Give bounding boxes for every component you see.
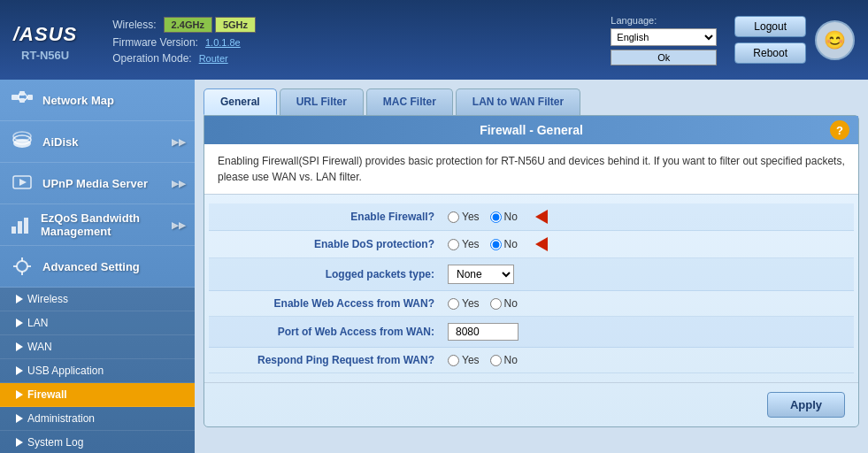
logged-packets-select[interactable]: None Denied Allowed [448,265,514,284]
upnp-arrows: ▶▶ [172,179,186,188]
dos-yes-label[interactable]: Yes [448,238,480,250]
web-port-input[interactable] [448,323,518,341]
wireless-arrow-icon [16,295,23,303]
dos-yes-radio[interactable] [448,239,459,250]
submenu-item-wireless[interactable]: Wireless [0,288,195,311]
ping-no-label[interactable]: No [490,354,518,366]
model-text: RT-N56U [21,49,69,62]
main: Network Map AiDisk ▶▶ UPnP Media Server [0,80,868,453]
ping-control: Yes No [448,354,845,366]
dos-no-radio[interactable] [490,239,502,250]
upnp-icon [9,170,35,196]
submenu-label-syslog: System Log [27,436,83,449]
web-port-row: Port of Web Access from WAN: [209,317,854,348]
apply-button[interactable]: Apply [767,392,845,418]
panel-title: Firewall - General ? [204,116,858,144]
ping-yes-label[interactable]: Yes [448,354,480,366]
submenu-label-lan: LAN [27,317,48,329]
dos-arrow-indicator [535,237,548,251]
header-center: Wireless: 2.4GHz 5GHz Firmware Version: … [112,12,611,68]
sidebar-item-network-map[interactable]: Network Map [0,80,195,121]
tab-mac-filter[interactable]: MAC Filter [366,88,453,115]
admin-arrow-icon [16,414,23,423]
form-table: Enable Firewall? Yes No [204,195,858,382]
wan-arrow-icon [16,342,23,351]
submenu-item-usb[interactable]: USB Application [0,359,195,383]
svg-line-7 [25,97,27,101]
sidebar-item-advanced[interactable]: Advanced Setting [0,246,195,288]
help-icon[interactable]: ? [830,120,849,140]
lan-arrow-icon [16,319,23,327]
sidebar: Network Map AiDisk ▶▶ UPnP Media Server [0,80,195,453]
submenu-item-firewall[interactable]: Firewall [0,383,195,407]
submenu-label-usb: USB Application [27,365,104,377]
submenu-label-wan: WAN [27,341,52,353]
web-access-yes-label[interactable]: Yes [448,297,480,310]
op-mode-link[interactable]: Router [199,53,228,64]
wireless-label: Wireless: [112,19,156,31]
sidebar-item-upnp[interactable]: UPnP Media Server ▶▶ [0,163,195,204]
web-access-no-radio[interactable] [490,298,502,310]
aidisk-icon [9,128,35,155]
firewall-no-radio[interactable] [490,211,502,223]
usb-arrow-icon [16,366,23,375]
sidebar-label-upnp: UPnP Media Server [42,177,148,190]
logo-area: /ASUS RT-N56U [13,19,77,62]
dos-no-label[interactable]: No [490,238,518,250]
advanced-icon [9,253,35,280]
language-label: Language: [611,15,657,26]
svg-marker-12 [19,179,27,186]
ping-yes-radio[interactable] [448,355,459,366]
logged-packets-label: Logged packets type: [218,268,448,280]
language-select[interactable]: English [611,28,717,46]
svg-rect-2 [19,98,25,103]
submenu-item-wan[interactable]: WAN [0,335,195,359]
logged-packets-control: None Denied Allowed [448,265,845,284]
op-mode-label: Operation Mode: [112,52,191,65]
submenu-label-wireless: Wireless [27,293,68,305]
firewall-control: Yes No [448,210,845,224]
language-ok-button[interactable]: Ok [611,50,717,65]
submenu-item-lan[interactable]: LAN [0,311,195,335]
firewall-row: Enable Firewall? Yes No [209,203,854,231]
freq-2g-button[interactable]: 2.4GHz [164,17,212,33]
dos-row: Enable DoS protection? Yes No [209,231,854,258]
firewall-yes-radio[interactable] [448,211,459,223]
ping-label: Respond Ping Request from WAN? [218,354,448,366]
sidebar-label-network-map: Network Map [42,94,114,107]
sidebar-item-ezqos[interactable]: EzQoS Bandwidth Management ▶▶ [0,204,195,246]
web-access-row: Enable Web Access from WAN? Yes No [209,291,854,317]
syslog-arrow-icon [16,438,23,447]
submenu-label-firewall: Firewall [27,388,67,401]
web-access-no-label[interactable]: No [490,297,518,310]
buttons-area: Logout Reboot [734,16,806,64]
submenu-item-admin[interactable]: Administration [0,407,195,431]
web-port-label: Port of Web Access from WAN: [218,326,448,338]
freq-5g-button[interactable]: 5GHz [215,17,256,33]
tab-lan-wan-filter[interactable]: LAN to WAN Filter [456,88,580,115]
sidebar-label-advanced: Advanced Setting [42,260,140,273]
submenu-item-syslog[interactable]: System Log [0,431,195,453]
tab-general[interactable]: General [204,88,277,115]
logout-button[interactable]: Logout [734,16,806,37]
avatar: 😊 [815,20,855,60]
firewall-yes-label[interactable]: Yes [448,211,480,223]
sidebar-label-aidisk: AiDisk [42,135,78,149]
tab-url-filter[interactable]: URL Filter [280,88,364,115]
ping-no-radio[interactable] [490,355,502,366]
network-map-icon [9,87,35,113]
header: /ASUS RT-N56U Wireless: 2.4GHz 5GHz Firm… [0,0,868,80]
reboot-button[interactable]: Reboot [734,42,806,64]
web-access-yes-radio[interactable] [448,298,459,310]
sidebar-item-aidisk[interactable]: AiDisk ▶▶ [0,121,195,163]
aidisk-arrows: ▶▶ [172,137,186,147]
firewall-no-label[interactable]: No [490,211,518,223]
firewall-arrow-indicator [535,210,548,224]
firewall-label: Enable Firewall? [218,211,448,223]
svg-rect-3 [27,95,33,100]
logo-text: /ASUS [13,19,77,47]
web-port-control [448,323,845,341]
firmware-version-link[interactable]: 1.0.1.8e [205,37,241,48]
dos-control: Yes No [448,237,845,251]
svg-rect-1 [19,91,25,96]
